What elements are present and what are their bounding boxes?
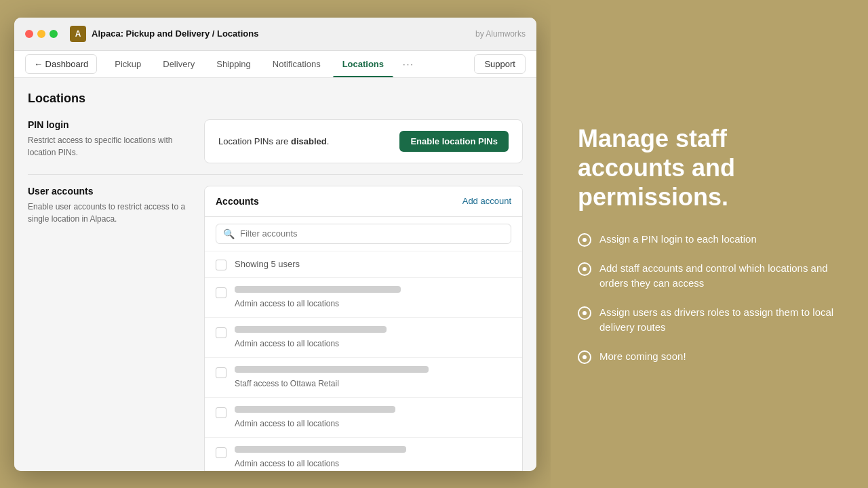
logo-icon: A bbox=[70, 26, 86, 42]
page-title: Locations bbox=[28, 92, 523, 106]
content-area: Locations PIN login Restrict access to s… bbox=[14, 78, 536, 471]
user-accounts-section: User accounts Enable user accounts to re… bbox=[28, 186, 523, 471]
title-bar: A Alpaca: Pickup and Delivery / Location… bbox=[14, 18, 536, 51]
list-item: More coming soon! bbox=[578, 349, 841, 365]
search-icon: 🔍 bbox=[223, 228, 235, 239]
nav-bar: ← Dashboard Pickup Delivery Shipping Not… bbox=[14, 51, 536, 78]
list-item: Assign users as drivers roles to assign … bbox=[578, 305, 841, 336]
pin-login-heading: PIN login bbox=[28, 119, 191, 130]
bullet-icon-4 bbox=[578, 350, 591, 364]
accounts-panel-area: Accounts Add account 🔍 bbox=[204, 186, 523, 471]
dashboard-nav-button[interactable]: ← Dashboard bbox=[25, 54, 97, 74]
row-access-label-1: Admin access to all locations bbox=[235, 299, 339, 308]
table-row: Admin access to all locations bbox=[205, 438, 522, 471]
pin-login-desc: Restrict access to specific locations wi… bbox=[28, 134, 191, 159]
accounts-panel: Accounts Add account 🔍 bbox=[204, 186, 523, 471]
row-checkbox-2[interactable] bbox=[216, 327, 226, 338]
maximize-button[interactable] bbox=[50, 30, 58, 38]
app-current-page: Locations bbox=[217, 28, 258, 39]
showing-users-row: Showing 5 users bbox=[205, 251, 522, 278]
section-divider bbox=[28, 174, 523, 175]
pin-login-section: PIN login Restrict access to specific lo… bbox=[28, 119, 523, 163]
pin-login-card: Location PINs are disabled. Enable locat… bbox=[204, 119, 523, 163]
close-button[interactable] bbox=[25, 30, 33, 38]
feature-text-2: Add staff accounts and control which loc… bbox=[599, 261, 841, 291]
traffic-lights bbox=[25, 30, 58, 38]
app-title-text: Alpaca: Pickup and Delivery bbox=[92, 28, 210, 39]
minimize-button[interactable] bbox=[37, 30, 45, 38]
nav-item-notifications[interactable]: Notifications bbox=[263, 51, 330, 77]
row-name-bar-5 bbox=[235, 446, 406, 453]
nav-item-pickup[interactable]: Pickup bbox=[105, 51, 151, 77]
accounts-header: Accounts Add account bbox=[205, 186, 522, 217]
feature-list: Assign a PIN login to each location Add … bbox=[578, 232, 841, 364]
add-account-link[interactable]: Add account bbox=[462, 196, 511, 206]
row-content-4: Admin access to all locations bbox=[235, 406, 511, 429]
feature-text-3: Assign users as drivers roles to assign … bbox=[599, 305, 841, 336]
nav-item-delivery[interactable]: Delivery bbox=[153, 51, 204, 77]
user-accounts-desc: Enable user accounts to restrict access … bbox=[28, 201, 191, 225]
nav-item-shipping[interactable]: Shipping bbox=[207, 51, 260, 77]
pin-status-text: Location PINs are disabled. bbox=[218, 136, 329, 146]
bullet-icon-1 bbox=[578, 233, 591, 247]
pin-login-card-area: Location PINs are disabled. Enable locat… bbox=[204, 119, 523, 163]
bullet-icon-3 bbox=[578, 306, 591, 320]
support-button[interactable]: Support bbox=[474, 54, 526, 74]
user-accounts-heading: User accounts bbox=[28, 186, 191, 197]
pin-login-description: PIN login Restrict access to specific lo… bbox=[28, 119, 191, 163]
select-all-checkbox[interactable] bbox=[216, 260, 226, 270]
row-name-bar-2 bbox=[235, 326, 387, 333]
bullet-icon-2 bbox=[578, 262, 591, 276]
nav-more-button[interactable]: ··· bbox=[396, 51, 421, 77]
row-name-bar-3 bbox=[235, 366, 429, 373]
row-content-2: Admin access to all locations bbox=[235, 326, 511, 349]
row-checkbox-4[interactable] bbox=[216, 407, 226, 418]
enable-location-pins-button[interactable]: Enable location PINs bbox=[399, 131, 509, 152]
right-panel: Manage staff accounts and permissions. A… bbox=[551, 0, 868, 488]
row-content-5: Admin access to all locations bbox=[235, 446, 511, 469]
nav-item-locations[interactable]: Locations bbox=[333, 51, 393, 77]
row-access-label-4: Admin access to all locations bbox=[235, 419, 339, 428]
app-logo: A Alpaca: Pickup and Delivery / Location… bbox=[70, 26, 258, 42]
app-title: Alpaca: Pickup and Delivery / Locations bbox=[92, 28, 258, 39]
row-access-label-5: Admin access to all locations bbox=[235, 459, 339, 468]
table-row: Admin access to all locations bbox=[205, 278, 522, 318]
list-item: Add staff accounts and control which loc… bbox=[578, 261, 841, 291]
search-bar: 🔍 bbox=[205, 217, 522, 251]
row-access-label-2: Admin access to all locations bbox=[235, 339, 339, 348]
feature-text-1: Assign a PIN login to each location bbox=[599, 232, 757, 247]
row-name-bar-1 bbox=[235, 286, 401, 293]
list-item: Assign a PIN login to each location bbox=[578, 232, 841, 247]
row-access-label-3: Staff access to Ottawa Retail bbox=[235, 379, 339, 388]
row-content-3: Staff access to Ottawa Retail bbox=[235, 366, 511, 389]
accounts-title: Accounts bbox=[216, 196, 259, 207]
row-checkbox-5[interactable] bbox=[216, 447, 226, 458]
user-accounts-description: User accounts Enable user accounts to re… bbox=[28, 186, 191, 471]
row-checkbox-1[interactable] bbox=[216, 287, 226, 298]
table-row: Admin access to all locations bbox=[205, 318, 522, 358]
right-panel-heading: Manage staff accounts and permissions. bbox=[578, 124, 841, 212]
feature-text-4: More coming soon! bbox=[599, 349, 686, 365]
showing-text: Showing 5 users bbox=[235, 259, 300, 269]
search-input-wrap: 🔍 bbox=[216, 224, 511, 244]
by-alumworks: by Alumworks bbox=[475, 29, 526, 39]
row-checkbox-3[interactable] bbox=[216, 367, 226, 378]
filter-accounts-input[interactable] bbox=[240, 228, 504, 239]
table-row: Staff access to Ottawa Retail bbox=[205, 358, 522, 398]
table-row: Admin access to all locations bbox=[205, 398, 522, 438]
row-content-1: Admin access to all locations bbox=[235, 286, 511, 309]
row-name-bar-4 bbox=[235, 406, 395, 413]
